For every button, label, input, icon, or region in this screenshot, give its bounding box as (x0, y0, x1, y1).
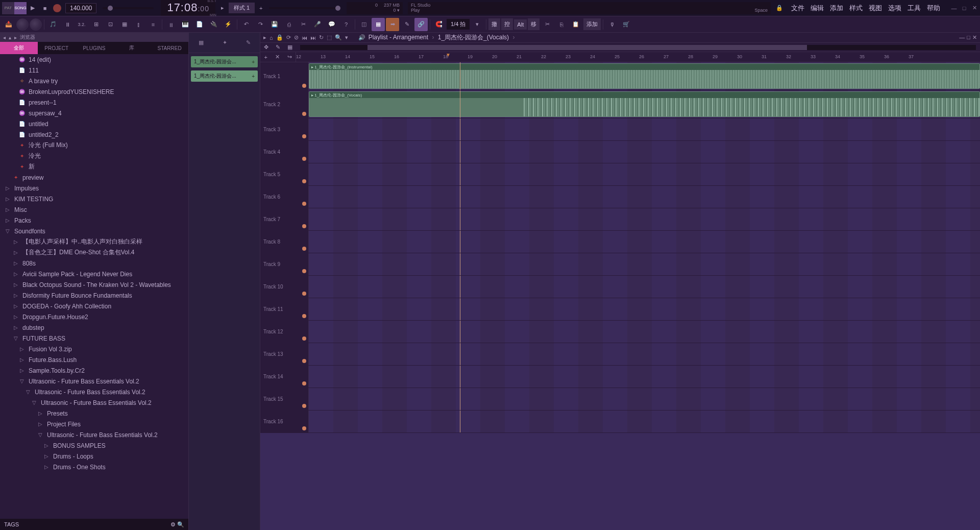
track-mute-button[interactable] (302, 314, 306, 318)
browser-fwd[interactable]: ▸ (14, 35, 17, 40)
tree-item[interactable]: ▷dubstep (0, 322, 188, 333)
track-mute-button[interactable] (302, 247, 306, 251)
tree-item[interactable]: ▽Ultrasonic - Future Bass Essentials Vol… (0, 376, 188, 387)
playhead[interactable] (460, 186, 460, 208)
tool-piano[interactable]: 🎹 (179, 18, 192, 31)
tool-view2[interactable]: ▦ (372, 18, 385, 31)
tags-label[interactable]: TAGS (4, 521, 19, 527)
track-row[interactable]: Track 14 (260, 366, 980, 388)
menu-help[interactable]: 帮助 (925, 2, 942, 15)
minimize-button[interactable]: — (950, 5, 958, 12)
track-row[interactable]: Track 10 (260, 276, 980, 298)
track-content[interactable] (309, 366, 980, 388)
track-row[interactable]: Track 13 (260, 343, 980, 366)
tree-item[interactable]: 📄111 (0, 65, 188, 76)
tool-mixer[interactable]: ⫼ (164, 18, 178, 31)
tool-view1[interactable]: ◫ (357, 18, 371, 31)
tree-item[interactable]: 📄untitled (0, 118, 188, 129)
btn-paste[interactable]: 📋 (569, 18, 582, 31)
picker-clip-2[interactable]: 1_周杰伦-园游会...+ (191, 70, 258, 82)
playhead[interactable] (460, 343, 460, 365)
pl-no-icon[interactable]: ⊘ (294, 34, 299, 41)
tree-item[interactable]: ▷Disformity Future Bounce Fundamentals (0, 290, 188, 301)
tree-item[interactable]: ▽Ultrasonic - Future Bass Essentials Vol… (0, 387, 188, 397)
track-row[interactable]: Track 3 (260, 118, 980, 141)
tool-metronome[interactable]: 🎵 (46, 18, 60, 31)
track-header[interactable]: Track 14 (260, 366, 309, 388)
minimap[interactable] (300, 45, 976, 50)
track-header[interactable]: Track 4 (260, 141, 309, 163)
btn-cut2[interactable]: ✂ (541, 18, 554, 31)
track-mute-button[interactable] (302, 359, 306, 363)
tree-item[interactable]: ▷Drums - One Shots (0, 462, 188, 472)
audio-clip[interactable]: ▸ 1_周杰伦-园游会_(Vocals) (309, 91, 980, 117)
filter-icon[interactable]: ⚙ (170, 521, 176, 527)
playhead[interactable] (460, 276, 460, 298)
pl-lock-icon[interactable]: 🔒 (276, 34, 283, 41)
menu-pattern[interactable]: 样式 (847, 2, 865, 15)
tool-magnet[interactable]: 🧲 (432, 18, 446, 31)
playlist-tracks[interactable]: Track 1 ▸ 1_周杰伦-园游会_(Instrumental) Track… (260, 62, 980, 530)
tree-item[interactable]: ▷Fusion Vol 3.zip (0, 344, 188, 354)
tree-item[interactable]: 📄present--1 (0, 97, 188, 108)
track-content[interactable] (309, 231, 980, 253)
track-header[interactable]: Track 7 (260, 208, 309, 230)
tree-item[interactable]: ✧A brave try (0, 76, 188, 86)
track-header[interactable]: Track 6 (260, 186, 309, 208)
playhead[interactable] (460, 163, 460, 185)
track-header[interactable]: Track 9 (260, 253, 309, 275)
tree-item[interactable]: ▷808s (0, 258, 188, 269)
clip-header[interactable]: ▸ 1_周杰伦-园游会_(Instrumental) (309, 64, 979, 70)
tool-channel[interactable]: ⚡ (222, 18, 235, 31)
track-content[interactable] (309, 388, 980, 410)
pl-down-icon[interactable]: ▾ (345, 34, 348, 41)
tree-item[interactable]: ♒BrokenLuvprodYUSENISHERE (0, 86, 188, 97)
playhead[interactable] (460, 321, 460, 343)
track-content[interactable] (309, 276, 980, 298)
tree-item[interactable]: ▷Sample.Tools.by.Cr2 (0, 365, 188, 376)
track-header[interactable]: Track 8 (260, 231, 309, 253)
tool-redo[interactable]: ↷ (254, 18, 267, 31)
tree-item[interactable]: ▷Black Octopus Sound - The Kraken Vol 2 … (0, 279, 188, 290)
playhead[interactable] (460, 366, 460, 388)
track-row[interactable]: Track 11 (260, 298, 980, 321)
track-header[interactable]: Track 5 (260, 163, 309, 185)
tree-item[interactable]: ▽Ultrasonic - Future Bass Essentials Vol… (0, 429, 188, 440)
tab-plugins[interactable]: PLUGINS (76, 42, 113, 54)
track-mute-button[interactable] (302, 84, 306, 88)
browser-back[interactable]: ◂ (3, 35, 6, 40)
track-content[interactable] (309, 321, 980, 343)
tool-undo[interactable]: ↶ (239, 18, 253, 31)
tool-mic[interactable]: 🎤 (311, 18, 324, 31)
btn-add[interactable]: 添加 (583, 18, 601, 30)
lock-icon[interactable]: 🔒 (776, 5, 783, 11)
menu-tools[interactable]: 工具 (905, 2, 923, 15)
tool-overdub[interactable]: ⊞ (89, 18, 103, 31)
playlist-breadcrumb[interactable]: Playlist - Arrangement › 1_周杰伦-园游会_(Voca… (369, 33, 517, 42)
browser-tree[interactable]: ♒14 (edit)📄111✧A brave try♒BrokenLuvprod… (0, 54, 188, 519)
ruler-add-icon[interactable]: + (264, 54, 267, 60)
track-header[interactable]: Track 12 (260, 321, 309, 343)
track-header[interactable]: Track 11 (260, 298, 309, 320)
record-button[interactable] (53, 4, 61, 12)
tab-project[interactable]: PROJECT (38, 42, 76, 54)
btn-copy[interactable]: ⎘ (555, 18, 568, 31)
pl-home-icon[interactable]: ⌂ (270, 35, 273, 41)
tree-item[interactable]: ▽Soundfonts (0, 226, 188, 236)
menu-edit[interactable]: 编辑 (808, 2, 826, 15)
tree-item[interactable]: ✦泠光 (0, 151, 188, 161)
tree-item[interactable]: ▽Ultrasonic - Future Bass Essentials Vol… (0, 397, 188, 408)
snap-dropdown[interactable]: ▾ (471, 18, 484, 31)
pl-max-icon[interactable]: □ (967, 34, 970, 41)
track-row[interactable]: Track 5 (260, 163, 980, 186)
picker-clip-1[interactable]: 1_周杰伦-园游会...+ (191, 56, 258, 67)
tab-library[interactable]: 库 (113, 42, 151, 54)
track-mute-button[interactable] (302, 179, 306, 183)
track-row[interactable]: Track 7 (260, 208, 980, 231)
clip-header[interactable]: ▸ 1_周杰伦-园游会_(Vocals) (309, 92, 979, 98)
ruler-right-icon[interactable]: ↪ (287, 54, 292, 60)
pl-loop-icon[interactable]: ↻ (319, 34, 324, 41)
tool-view4[interactable]: ✎ (400, 18, 413, 31)
track-mute-button[interactable] (302, 112, 306, 116)
tool-step3[interactable]: ≡ (146, 18, 160, 31)
